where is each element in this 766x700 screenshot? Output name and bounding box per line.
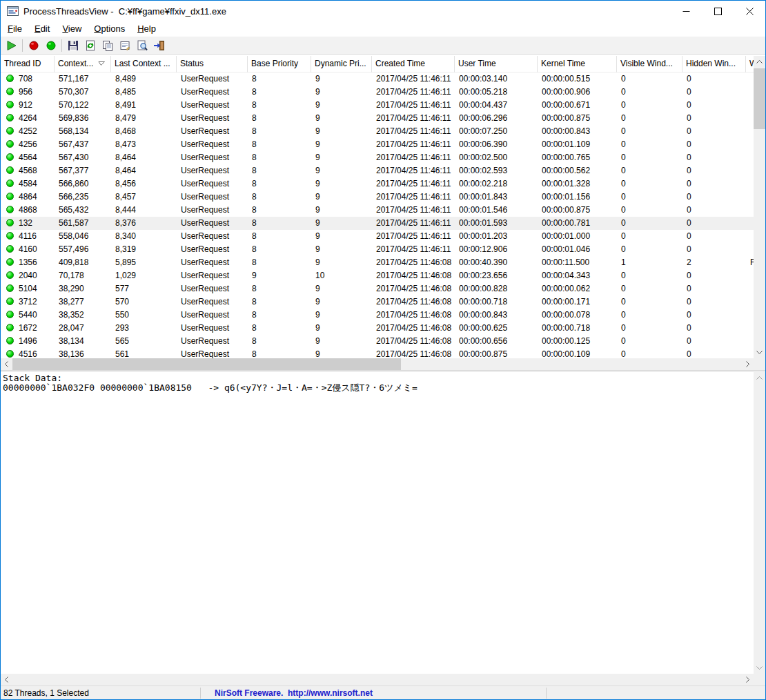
cell-base-priority: 8 xyxy=(248,191,311,204)
table-row[interactable]: 4116558,0468,340UserRequest892017/04/25 … xyxy=(1,230,754,243)
cell-dynamic-pri: 9 xyxy=(311,309,372,322)
thread-status-icon xyxy=(6,219,14,226)
table-row[interactable]: 371238,277570UserRequest892017/04/25 11:… xyxy=(1,295,754,309)
run-button[interactable] xyxy=(3,37,20,54)
exit-button[interactable] xyxy=(150,37,168,54)
column-header-created-time[interactable]: Created Time xyxy=(372,56,455,72)
refresh-button[interactable] xyxy=(81,37,99,54)
table-row[interactable]: 204070,1781,029UserRequest9102017/04/25 … xyxy=(1,269,754,282)
scroll-thumb[interactable] xyxy=(754,68,765,129)
table-row[interactable]: 4568567,3778,464UserRequest892017/04/25 … xyxy=(1,164,754,177)
cell-context: 28,047 xyxy=(55,322,111,335)
cell-last-context: 8,479 xyxy=(111,112,177,125)
nirsoft-link[interactable]: NirSoft Freeware. http://www.nirsoft.net xyxy=(215,686,373,700)
cell-user-time: 00:00:05.218 xyxy=(455,86,538,99)
cell-user-time: 00:00:01.593 xyxy=(455,217,538,230)
table-row[interactable]: 4864566,2358,457UserRequest892017/04/25 … xyxy=(1,191,754,204)
maximize-button[interactable] xyxy=(702,1,734,21)
table-row[interactable]: 4256567,4378,473UserRequest892017/04/25 … xyxy=(1,138,754,151)
cell-created-time: 2017/04/25 11:46:08 xyxy=(372,335,455,348)
table-row[interactable]: 1356409,8185,895UserRequest892017/04/25 … xyxy=(1,256,754,269)
thread-status-icon xyxy=(6,284,14,292)
find-button[interactable] xyxy=(133,37,150,54)
record-red-button[interactable] xyxy=(25,37,42,54)
column-header-kernel-time[interactable]: Kernel Time xyxy=(538,56,617,72)
menu-file[interactable]: File xyxy=(1,22,28,36)
table-row[interactable]: 4868565,4328,444UserRequest892017/04/25 … xyxy=(1,204,754,217)
menu-edit[interactable]: Edit xyxy=(28,22,56,36)
table-row[interactable]: 708571,1678,489UserRequest892017/04/25 1… xyxy=(1,72,754,86)
column-header-base-priority[interactable]: Base Priority xyxy=(248,56,311,72)
record-green-button[interactable] xyxy=(42,37,59,54)
save-button[interactable] xyxy=(64,37,81,54)
column-header-last-context[interactable]: Last Context ... xyxy=(111,56,177,72)
menu-options[interactable]: Options xyxy=(88,22,131,36)
copy-button[interactable] xyxy=(99,37,116,54)
cell-thread-id: 5440 xyxy=(1,309,55,322)
cell-kernel-time: 00:00:00.843 xyxy=(538,125,617,138)
scroll-right-arrow[interactable] xyxy=(742,674,754,686)
list-horizontal-scrollbar[interactable] xyxy=(1,358,754,370)
cell-thread-id: 4568 xyxy=(1,164,55,177)
list-vertical-scrollbar[interactable] xyxy=(754,56,765,358)
table-row[interactable]: 544038,352550UserRequest892017/04/25 11:… xyxy=(1,309,754,322)
table-row[interactable]: 149638,134565UserRequest892017/04/25 11:… xyxy=(1,335,754,348)
cell-user-time: 00:00:06.390 xyxy=(455,138,538,151)
cell-context: 567,437 xyxy=(55,138,111,151)
scroll-left-arrow[interactable] xyxy=(1,358,12,370)
minimize-button[interactable] xyxy=(670,1,702,21)
table-row[interactable]: 132561,5878,376UserRequest892017/04/25 1… xyxy=(1,217,754,230)
cell-last-context: 8,468 xyxy=(111,125,177,138)
properties-button[interactable] xyxy=(116,37,133,54)
cell-base-priority: 8 xyxy=(248,348,311,358)
cell-context: 70,178 xyxy=(55,269,111,282)
table-row[interactable]: 167228,047293UserRequest892017/04/25 11:… xyxy=(1,322,754,335)
cell-visible-wind: 0 xyxy=(617,138,682,151)
cell-context: 568,134 xyxy=(55,125,111,138)
column-label: Visible Wind... xyxy=(620,59,673,68)
cell-user-time: 00:00:07.250 xyxy=(455,125,538,138)
table-row[interactable]: 4252568,1348,468UserRequest892017/04/25 … xyxy=(1,125,754,138)
column-header-status[interactable]: Status xyxy=(177,56,248,72)
scroll-up-arrow[interactable] xyxy=(754,56,765,68)
column-label: Base Priority xyxy=(251,59,298,68)
column-header-context[interactable]: Context... xyxy=(55,56,111,72)
table-row[interactable]: 912570,1228,491UserRequest892017/04/25 1… xyxy=(1,99,754,112)
scroll-up-arrow[interactable] xyxy=(754,372,765,384)
scroll-down-arrow[interactable] xyxy=(754,347,765,358)
column-header-hidden-win[interactable]: Hidden Win... xyxy=(682,56,746,72)
column-header-dynamic-pri[interactable]: Dynamic Pri... xyxy=(311,56,372,72)
app-window: ProcessThreadsView - C:¥ff¥game¥ffxiv_dx… xyxy=(0,0,766,700)
stack-data-line: 00000000`1BA032F0 00000000`1BA08150 -> q… xyxy=(1,383,765,393)
table-row[interactable]: 451638,136561UserRequest892017/04/25 11:… xyxy=(1,348,754,358)
menu-view[interactable]: View xyxy=(56,22,88,36)
close-button[interactable] xyxy=(734,1,765,21)
table-row[interactable]: 4160557,4968,319UserRequest892017/04/25 … xyxy=(1,243,754,256)
column-header-thread-id[interactable]: Thread ID xyxy=(1,56,55,72)
cell-w xyxy=(746,99,754,112)
cell-status: UserRequest xyxy=(177,204,248,217)
menu-help[interactable]: Help xyxy=(131,22,162,36)
cell-dynamic-pri: 9 xyxy=(311,243,372,256)
scroll-thumb[interactable] xyxy=(12,358,401,370)
table-row[interactable]: 4564567,4308,464UserRequest892017/04/25 … xyxy=(1,151,754,164)
cell-hidden-win: 0 xyxy=(682,177,746,191)
scroll-left-arrow[interactable] xyxy=(1,674,12,686)
scroll-down-arrow[interactable] xyxy=(754,662,765,674)
scroll-right-arrow[interactable] xyxy=(742,358,754,370)
table-row[interactable]: 4584566,8608,456UserRequest892017/04/25 … xyxy=(1,177,754,191)
table-row[interactable]: 956570,3078,485UserRequest892017/04/25 1… xyxy=(1,86,754,99)
cell-kernel-time: 00:00:00.875 xyxy=(538,112,617,125)
stack-horizontal-scrollbar[interactable] xyxy=(1,674,754,686)
stack-vertical-scrollbar[interactable] xyxy=(754,372,765,674)
cell-context: 38,136 xyxy=(55,348,111,358)
cell-created-time: 2017/04/25 11:46:11 xyxy=(372,230,455,243)
thread-id: 4568 xyxy=(19,166,37,175)
table-row[interactable]: 510438,290577UserRequest892017/04/25 11:… xyxy=(1,282,754,295)
cell-last-context: 8,489 xyxy=(111,72,177,86)
column-header-user-time[interactable]: User Time xyxy=(455,56,538,72)
cell-dynamic-pri: 10 xyxy=(311,269,372,282)
table-row[interactable]: 4264569,8368,479UserRequest892017/04/25 … xyxy=(1,112,754,125)
cell-w xyxy=(746,164,754,177)
column-header-visible-wind[interactable]: Visible Wind... xyxy=(617,56,682,72)
